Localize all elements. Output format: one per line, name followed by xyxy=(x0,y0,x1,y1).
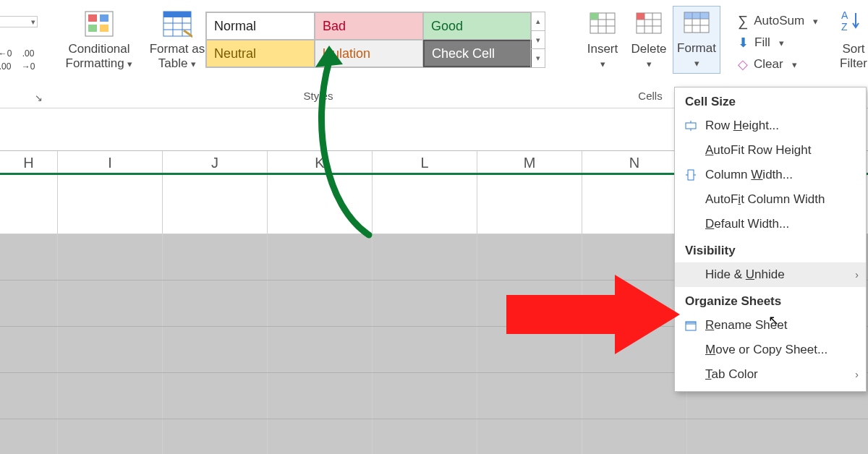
svg-rect-2 xyxy=(100,14,109,22)
editing-group: ∑ AutoSum▾ ⬇ Fill▾ ◇ Clear▾ xyxy=(738,10,818,75)
gallery-more-icon[interactable]: ▾ xyxy=(531,49,545,67)
number-group-launcher-icon[interactable]: ↘ xyxy=(35,93,43,103)
menu-item-rename-sheet[interactable]: Rename Sheet xyxy=(675,313,866,338)
menu-item-row-height[interactable]: Row Height... xyxy=(675,113,866,138)
svg-rect-32 xyxy=(688,170,694,180)
format-dropdown-menu: Cell Size Row Height... AutoFit Row Heig… xyxy=(674,87,867,392)
sigma-icon: ∑ xyxy=(738,13,748,30)
column-header[interactable]: I xyxy=(58,151,163,173)
menu-item-move-copy-sheet[interactable]: Move or Copy Sheet... xyxy=(675,338,866,362)
style-check-cell[interactable]: Check Cell xyxy=(423,40,532,67)
gallery-scroll-down-icon[interactable]: ▾ xyxy=(531,31,545,50)
svg-rect-16 xyxy=(590,13,598,20)
svg-rect-28 xyxy=(684,12,709,19)
autosum-button[interactable]: ∑ AutoSum▾ xyxy=(738,10,818,32)
style-bad[interactable]: Bad xyxy=(315,12,423,40)
menu-item-hide-unhide[interactable]: Hide & Unhide › xyxy=(675,262,866,287)
insert-cells-icon xyxy=(585,9,620,39)
menu-section-cell-size: Cell Size xyxy=(675,87,866,113)
svg-rect-22 xyxy=(637,13,644,20)
menu-item-autofit-row-height[interactable]: AutoFit Row Height xyxy=(675,138,866,163)
style-calculation[interactable]: lculation xyxy=(315,40,423,67)
format-button[interactable]: Format▾ xyxy=(673,6,720,74)
svg-rect-6 xyxy=(163,12,191,17)
row-height-icon xyxy=(684,119,698,133)
format-as-table-button[interactable]: Format as Table ▾ xyxy=(145,9,210,70)
svg-rect-1 xyxy=(88,14,97,22)
svg-rect-34 xyxy=(686,322,696,325)
svg-text:A: A xyxy=(841,9,848,21)
svg-rect-31 xyxy=(686,123,696,129)
svg-rect-4 xyxy=(100,25,109,32)
sort-filter-icon: AZ xyxy=(839,9,868,39)
gallery-scroll[interactable]: ▴ ▾ ▾ xyxy=(530,12,545,67)
svg-rect-3 xyxy=(88,25,97,32)
column-header[interactable]: K xyxy=(268,151,373,173)
fill-down-icon: ⬇ xyxy=(738,35,749,51)
menu-section-organize-sheets: Organize Sheets xyxy=(675,287,866,313)
style-good[interactable]: Good xyxy=(423,12,532,40)
format-as-table-icon xyxy=(161,9,194,39)
menu-item-default-width[interactable]: Default Width... xyxy=(675,212,866,236)
chevron-right-icon: › xyxy=(855,269,859,280)
menu-item-tab-color[interactable]: Tab Color › xyxy=(675,362,866,387)
menu-item-column-width[interactable]: Column Width... xyxy=(675,163,866,187)
menu-item-autofit-column-width[interactable]: AutoFit Column Width xyxy=(675,187,866,212)
gallery-scroll-up-icon[interactable]: ▴ xyxy=(531,12,545,31)
increase-decimal-button[interactable]: ←0.00 xyxy=(0,46,14,72)
delete-button[interactable]: Delete▾ xyxy=(626,9,671,71)
eraser-icon: ◇ xyxy=(738,56,748,72)
delete-cells-icon xyxy=(631,9,666,39)
column-width-icon xyxy=(684,168,698,182)
column-header[interactable]: H xyxy=(0,151,58,173)
chevron-right-icon: › xyxy=(855,369,859,380)
menu-section-visibility: Visibility xyxy=(675,236,866,262)
format-cells-icon xyxy=(679,8,714,38)
column-header[interactable]: L xyxy=(373,151,477,173)
svg-text:Z: Z xyxy=(841,21,848,33)
decrease-decimal-button[interactable]: .00→0 xyxy=(19,46,38,72)
cells-group-label: Cells xyxy=(625,90,676,102)
styles-group-label: Styles xyxy=(289,90,347,102)
column-header[interactable]: J xyxy=(163,151,268,173)
style-normal[interactable]: Normal xyxy=(206,12,315,40)
fill-button[interactable]: ⬇ Fill▾ xyxy=(738,32,818,53)
cell-styles-gallery[interactable]: Normal Bad Good Neutral lculation Check … xyxy=(205,12,545,68)
conditional-formatting-icon xyxy=(82,9,116,39)
insert-button[interactable]: Insert▾ xyxy=(582,9,624,71)
rename-sheet-icon xyxy=(684,318,698,333)
column-header[interactable]: M xyxy=(477,151,582,173)
clear-button[interactable]: ◇ Clear▾ xyxy=(738,53,818,75)
number-format-dropdown[interactable]: ▾ xyxy=(0,16,38,27)
conditional-formatting-button[interactable]: Conditional Formatting ▾ xyxy=(59,9,139,70)
column-header[interactable]: N xyxy=(582,151,687,173)
sort-filter-button[interactable]: AZ SortFilter xyxy=(839,9,868,71)
number-group: ▾ ←0.00 .00→0 xyxy=(0,16,43,72)
style-neutral[interactable]: Neutral xyxy=(206,40,315,67)
